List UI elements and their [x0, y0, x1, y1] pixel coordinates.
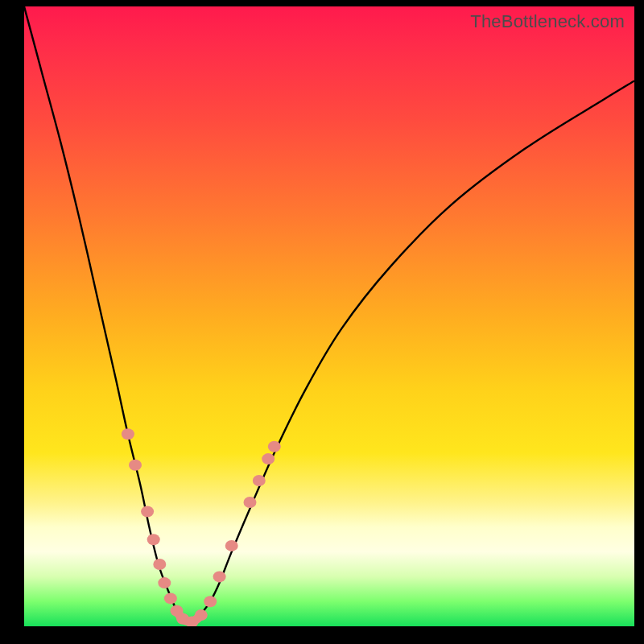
right-curve [189, 80, 634, 623]
highlight-marker [213, 571, 226, 582]
highlight-marker [153, 559, 166, 570]
left-curve [24, 6, 189, 623]
highlight-marker [204, 596, 217, 607]
highlight-marker [141, 506, 154, 518]
highlight-marker [122, 428, 134, 440]
highlight-marker [268, 441, 281, 452]
marker-group [122, 428, 281, 626]
highlight-marker [195, 609, 208, 621]
chart-plot-area: TheBottleneck.com [24, 6, 634, 626]
highlight-marker [129, 460, 142, 471]
chart-frame: TheBottleneck.com [0, 0, 644, 644]
highlight-marker [244, 497, 257, 508]
highlight-marker [225, 540, 238, 551]
highlight-marker [253, 475, 266, 486]
chart-svg [24, 6, 634, 626]
highlight-marker [158, 577, 171, 588]
watermark-text: TheBottleneck.com [470, 11, 625, 32]
highlight-marker [147, 534, 160, 545]
highlight-marker [164, 592, 177, 604]
highlight-marker [262, 453, 275, 464]
